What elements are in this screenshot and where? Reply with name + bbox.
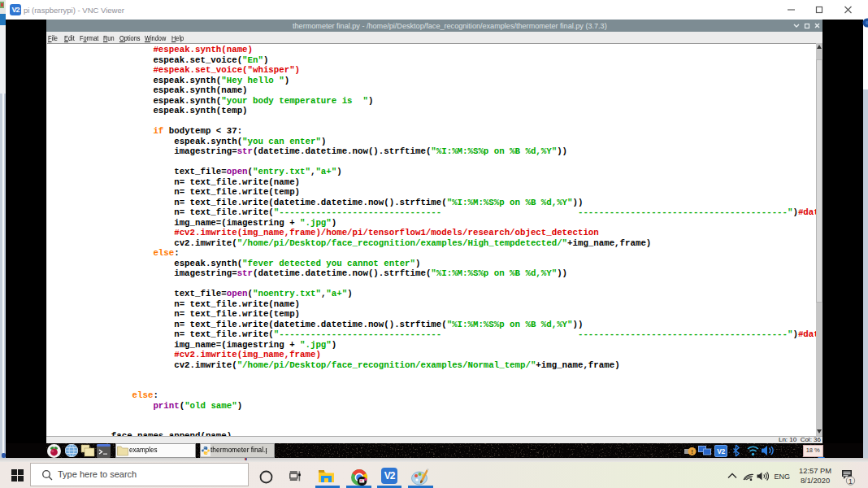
svg-text:!: ! — [691, 448, 693, 455]
svg-text:1: 1 — [848, 477, 853, 486]
